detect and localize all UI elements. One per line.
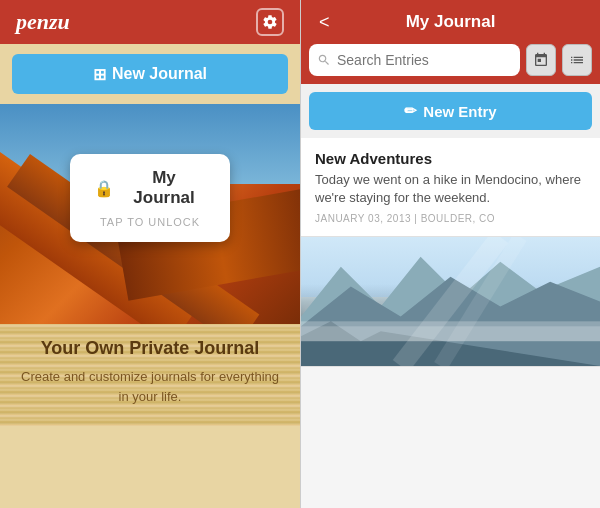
journal-card-area: 🔒 My Journal TAP TO UNLOCK Your Own Priv… (0, 104, 300, 508)
promo-area: Your Own Private Journal Create and cust… (0, 324, 300, 426)
penzu-logo: penzu (16, 9, 70, 35)
settings-button[interactable] (256, 8, 284, 36)
bridge-image: 🔒 My Journal TAP TO UNLOCK (0, 104, 300, 324)
plus-icon: ⊞ (93, 65, 106, 84)
journal-name: My Journal (122, 168, 206, 208)
search-bar-area (301, 44, 600, 84)
right-header: < My Journal (301, 0, 600, 44)
new-journal-button[interactable]: ⊞ New Journal (12, 54, 288, 94)
entry-meta: January 03, 2013 | Boulder, CO (315, 213, 586, 224)
journal-card-overlay[interactable]: 🔒 My Journal TAP TO UNLOCK (70, 154, 230, 242)
new-entry-button[interactable]: ✏ New Entry (309, 92, 592, 130)
list-view-button[interactable] (562, 44, 592, 76)
calendar-icon (533, 52, 549, 68)
search-row (309, 44, 592, 76)
entry-title: New Adventures (315, 150, 586, 167)
calendar-view-button[interactable] (526, 44, 556, 76)
entry-preview: Today we went on a hike in Mendocino, wh… (315, 171, 586, 207)
back-button[interactable]: < (311, 8, 338, 37)
right-header-title: My Journal (406, 12, 496, 32)
left-header: penzu (0, 0, 300, 44)
search-icon (317, 53, 331, 67)
journal-title-row: 🔒 My Journal (94, 168, 206, 208)
promo-title: Your Own Private Journal (20, 338, 280, 359)
right-panel: < My Journal ✏ New E (300, 0, 600, 508)
lock-icon: 🔒 (94, 179, 114, 198)
left-panel: penzu ⊞ New Journal 🔒 My Journal TAP TO … (0, 0, 300, 508)
search-input[interactable] (337, 52, 512, 68)
entries-list: New Adventures Today we went on a hike i… (301, 138, 600, 508)
gear-icon (262, 14, 278, 30)
new-entry-label: New Entry (423, 103, 496, 120)
edit-icon: ✏ (404, 102, 417, 120)
mountain-svg (301, 237, 600, 366)
list-icon (569, 52, 585, 68)
promo-description: Create and customize journals for everyt… (20, 367, 280, 406)
entry-card-image[interactable]: Journal at a Glance Easily browse throug… (301, 237, 600, 367)
tap-to-unlock-label: TAP TO UNLOCK (94, 216, 206, 228)
search-input-wrap[interactable] (309, 44, 520, 76)
entry-card-text[interactable]: New Adventures Today we went on a hike i… (301, 138, 600, 237)
new-journal-label: New Journal (112, 65, 207, 83)
